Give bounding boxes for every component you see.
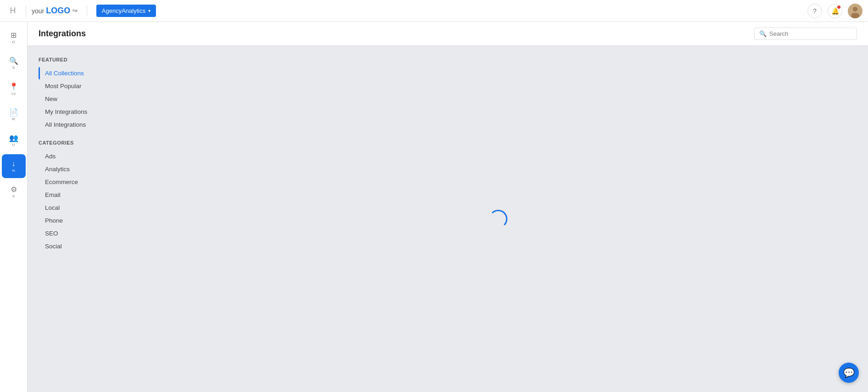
nav-right-area: ? 🔔 [807,4,862,18]
sidebar-item-location[interactable]: 📍 Lu [2,77,26,101]
svg-point-1 [853,7,857,11]
logo-your: your [32,7,44,15]
notifications-button[interactable]: 🔔 [828,4,842,18]
chevron-down-icon: ▾ [148,8,150,13]
nav-item-phone[interactable]: Phone [39,214,128,227]
nav-item-most-popular[interactable]: Most Popular [39,80,128,92]
logo-tm: TM [72,9,78,13]
sidebar-item-settings[interactable]: ⚙ S [2,180,26,204]
nav-item-ads[interactable]: Ads [39,150,128,162]
search-icon: 🔍 [759,30,767,37]
agency-analytics-button[interactable]: AgencyAnalytics ▾ [96,5,156,17]
sidebar-item-reports[interactable]: 📄 R [2,103,26,127]
sidebar-item-users[interactable]: 👥 U [2,129,26,152]
integrations-main-content [128,46,868,392]
chat-icon: 💬 [843,367,855,378]
page-title: Integrations [39,29,86,39]
nav-item-my-integrations[interactable]: My Integrations [39,106,128,118]
logo-text: LOGO [46,6,70,16]
sidebar-item-integrations[interactable]: ↓ In [2,154,26,178]
logo-area: yourLOGOTM [32,6,78,16]
loading-spinner [489,210,507,228]
nav-item-analytics[interactable]: Analytics [39,163,128,175]
avatar-image [848,4,862,18]
svg-point-2 [851,13,859,18]
nav-item-seo[interactable]: SEO [39,227,128,240]
integrations-left-nav: FEATURED All Collections Most Popular Ne… [28,46,128,392]
chat-fab-button[interactable]: 💬 [839,363,859,383]
users-icon: 👥 [9,134,18,142]
nav-item-local[interactable]: Local [39,202,128,214]
nav-item-all-integrations[interactable]: All Integrations [39,118,128,131]
top-navbar: H yourLOGOTM AgencyAnalytics ▾ ? 🔔 [0,0,868,22]
nav-item-email[interactable]: Email [39,189,128,201]
search-input[interactable] [769,30,852,37]
integrations-icon: ↓ [12,160,16,168]
bell-icon: 🔔 [831,7,839,15]
home-nav-icon[interactable]: H [6,4,20,18]
nav-item-new[interactable]: New [39,93,128,105]
sidebar-item-search[interactable]: 🔍 S [2,51,26,75]
left-sidebar: ⊞ O 🔍 S 📍 Lu 📄 R 👥 U ↓ In ⚙ S [0,22,28,392]
search-container: 🔍 [754,28,857,40]
sidebar-item-dashboard[interactable]: ⊞ O [2,26,26,50]
nav-divider [26,6,26,17]
reports-icon: 📄 [9,108,18,117]
help-button[interactable]: ? [807,4,822,18]
content-area: Integrations 🔍 FEATURED All Collections … [28,22,868,392]
user-avatar[interactable] [848,4,862,18]
nav-item-social[interactable]: Social [39,240,128,252]
dashboard-icon: ⊞ [11,31,17,39]
page-header: Integrations 🔍 [28,22,868,46]
agency-btn-label: AgencyAnalytics [102,7,145,14]
nav-item-ecommerce[interactable]: Ecommerce [39,176,128,188]
settings-icon: ⚙ [11,185,17,194]
question-icon: ? [813,7,817,15]
featured-section-title: FEATURED [39,57,128,62]
integrations-body: FEATURED All Collections Most Popular Ne… [28,46,868,392]
nav-divider-2 [87,6,87,17]
main-area: ⊞ O 🔍 S 📍 Lu 📄 R 👥 U ↓ In ⚙ S [0,22,868,392]
categories-section-title: CATEGORIES [39,140,128,146]
nav-item-all-collections[interactable]: All Collections [39,67,128,79]
search-icon: 🔍 [9,56,18,65]
location-icon: 📍 [9,82,18,91]
